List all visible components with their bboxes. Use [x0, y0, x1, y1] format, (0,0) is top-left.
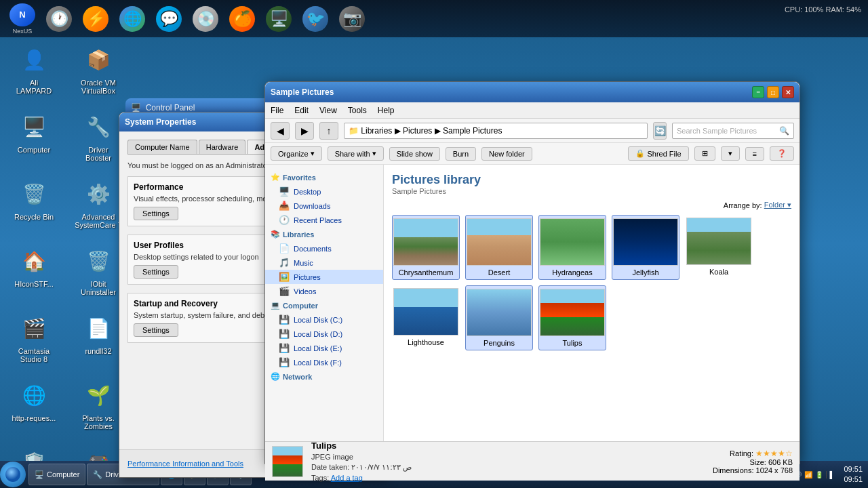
help-button[interactable]: ❓ [770, 146, 794, 161]
organize-button[interactable]: Organize ▾ [271, 146, 322, 161]
slideshow-button[interactable]: Slide show [389, 147, 440, 161]
sidebar-item-documents[interactable]: 📄 Documents [265, 241, 383, 256]
menu-view[interactable]: View [319, 106, 337, 115]
status-tags[interactable]: Tags: Add a tag [311, 474, 412, 482]
bird-icon[interactable]: 🐦 [300, 3, 331, 35]
thumb-jellyfish[interactable]: Jellyfish [612, 215, 679, 280]
downloads-icon: 📥 [279, 201, 290, 211]
menu-file[interactable]: File [271, 106, 283, 115]
sidebar-item-recent[interactable]: 🕐 Recent Places [265, 213, 383, 227]
desktop-icon-plants[interactable]: 🌱 Plants vs.Zombies [71, 376, 125, 433]
zip-icon[interactable]: ⚡ [80, 3, 111, 35]
up-button[interactable]: ↑ [319, 122, 338, 140]
sidebar-item-downloads[interactable]: 📥 Downloads [265, 199, 383, 213]
taskbar-item-computer[interactable]: 🖥️ Computer [28, 464, 85, 485]
videos-icon: 🎬 [279, 286, 290, 296]
network-icon[interactable]: 📶 [804, 471, 812, 479]
menu-edit[interactable]: Edit [294, 106, 309, 115]
desktop-icon-iobit[interactable]: 🗑️ IObitUninstaller [71, 242, 125, 299]
explorer-close-button[interactable]: ✕ [782, 86, 794, 98]
desktop-icon-advanced[interactable]: ⚙️ AdvancedSystemCare 7 [71, 175, 125, 232]
skype-icon[interactable]: 💬 [153, 3, 184, 35]
sidebar-favorites-section[interactable]: ⭐ Favorites [265, 170, 383, 184]
clock-time: 09:51 [844, 464, 863, 474]
sidebar-computer-section[interactable]: 💻 Computer [265, 298, 383, 312]
menu-help[interactable]: Help [378, 106, 395, 115]
thumb-tulips[interactable]: Tulips [538, 285, 606, 350]
desktop-icon-rundll[interactable]: 📄 rundll32 [71, 309, 125, 366]
explorer-maximize-button[interactable]: □ [767, 86, 779, 98]
terminal-icon[interactable]: 🖥️ [263, 3, 294, 35]
sidebar-libraries-section[interactable]: 📚 Libraries [265, 227, 383, 241]
sidebar-item-desktop[interactable]: 🖥️ Desktop [265, 184, 383, 199]
address-bar[interactable]: 📁 Libraries ▶ Pictures ▶ Sample Pictures [344, 123, 648, 139]
battery-icon[interactable]: 🔋 [815, 471, 823, 479]
thumb-koala[interactable]: Koala [685, 215, 753, 280]
tab-hardware[interactable]: Hardware [199, 140, 246, 154]
user-profiles-settings-button[interactable]: Settings [134, 265, 178, 279]
sidebar-item-local-d[interactable]: 💾 Local Disk (D:) [265, 327, 383, 341]
hydrangeas-label: Hydrangeas [552, 268, 592, 277]
sidebar-item-videos[interactable]: 🎬 Videos [265, 284, 383, 298]
disc-icon[interactable]: 💿 [190, 3, 221, 35]
disk-c-icon: 💾 [279, 314, 290, 325]
desktop-icon-recycle[interactable]: 🗑️ Recycle Bin [7, 175, 61, 232]
chrome-icon[interactable]: 🌐 [117, 3, 148, 35]
penguins-image [467, 289, 532, 336]
view-options-button[interactable]: ▾ [721, 146, 740, 161]
back-button[interactable]: ◀ [271, 122, 290, 140]
forward-button[interactable]: ▶ [295, 122, 314, 140]
search-bar[interactable]: Search Sample Pictures 🔍 [672, 123, 794, 139]
lighthouse-image [393, 288, 458, 336]
thumb-chrysanthemum[interactable]: Chrysanthemum [392, 215, 460, 280]
breadcrumb: 📁 Libraries ▶ Pictures ▶ Sample Pictures [349, 126, 502, 136]
view-list-button[interactable]: ≡ [745, 147, 764, 161]
startup-recovery-settings-button[interactable]: Settings [134, 323, 178, 337]
desktop-icon-driver[interactable]: 🔧 DriverBooster [71, 108, 125, 165]
thumb-hydrangeas[interactable]: Hydrangeas [538, 215, 606, 280]
disk-d-icon: 💾 [279, 329, 290, 339]
sidebar-item-local-c[interactable]: 💾 Local Disk (C:) [265, 312, 383, 327]
show-desktop-button[interactable]: ▌ [826, 471, 834, 479]
new-folder-button[interactable]: New folder [481, 147, 532, 161]
explorer-actions-toolbar: Organize ▾ Share with ▾ Slide show Burn … [265, 143, 800, 165]
content-title: Pictures library [392, 173, 791, 187]
shred-file-button[interactable]: 🔒 Shred File [628, 146, 688, 161]
sidebar-network-section[interactable]: 🌐 Network [265, 369, 383, 384]
menu-tools[interactable]: Tools [348, 106, 367, 115]
explorer-minimize-button[interactable]: － [752, 86, 764, 98]
thumb-desert[interactable]: Desert [465, 215, 533, 280]
sidebar-item-music[interactable]: 🎵 Music [265, 256, 383, 270]
sidebar-item-local-e[interactable]: 💾 Local Disk (E:) [265, 341, 383, 355]
refresh-button[interactable]: 🔄 [653, 122, 667, 140]
sidebar-item-local-f[interactable]: 💾 Local Disk (F:) [265, 355, 383, 369]
network-icon: 🌐 [271, 372, 280, 381]
explorer-title: Sample Pictures [271, 87, 752, 97]
desktop-icon-hicon[interactable]: 🏠 HIconSTF... [7, 242, 61, 299]
sidebar-item-pictures[interactable]: 🖼️ Pictures [265, 270, 383, 284]
desktop-icon-camtasia[interactable]: 🎬 CamtasiaStudio 8 [7, 309, 61, 366]
status-rating: Rating: ★★★★☆ [713, 449, 793, 458]
start-button[interactable] [0, 462, 26, 487]
desktop-icon-ali[interactable]: 👤 AliLAMPARD [7, 41, 61, 98]
thumb-penguins[interactable]: Penguins [465, 285, 533, 350]
performance-settings-button[interactable]: Settings [134, 207, 178, 220]
arrange-dropdown[interactable]: Folder ▾ [764, 201, 791, 209]
camera-icon[interactable]: 📷 [336, 3, 368, 35]
clock-widget-icon[interactable]: 🕐 [43, 3, 75, 35]
burn-button[interactable]: Burn [446, 147, 476, 161]
add-tag-link[interactable]: Add a tag [331, 474, 363, 482]
view-toggle-button[interactable]: ⊞ [694, 146, 715, 161]
desktop-icon-oracle[interactable]: 📦 Oracle VMVirtualBox [71, 41, 125, 98]
koala-image [686, 218, 751, 265]
thumb-lighthouse[interactable]: Lighthouse [392, 285, 460, 350]
orange-icon[interactable]: 🍊 [226, 3, 258, 35]
penguins-label: Penguins [484, 339, 515, 347]
documents-icon: 📄 [279, 243, 290, 253]
nexus-icon[interactable]: N NexUS [7, 3, 38, 35]
share-with-button[interactable]: Share with ▾ [328, 146, 384, 161]
desktop-icon-computer[interactable]: 🖥️ Computer [7, 108, 61, 165]
performance-info-link[interactable]: Performance Information and Tools [127, 460, 243, 468]
desktop-icon-http[interactable]: 🌐 http-reques... [7, 376, 61, 433]
tab-computer-name[interactable]: Computer Name [127, 140, 197, 154]
